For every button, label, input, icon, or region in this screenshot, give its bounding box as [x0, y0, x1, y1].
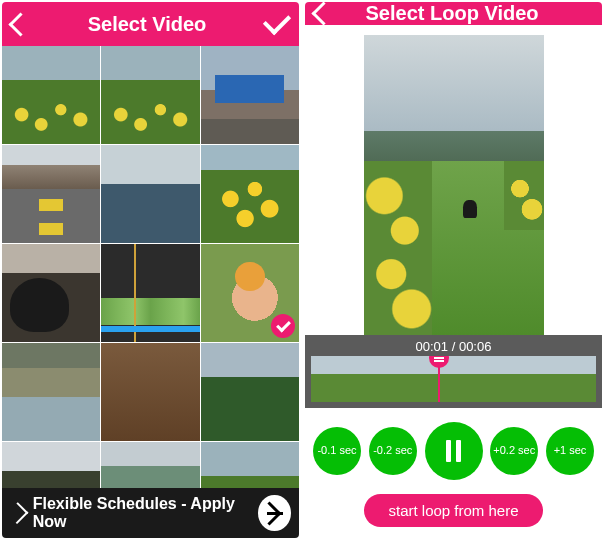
selected-check-icon: [271, 314, 295, 338]
ad-text: Flexible Schedules - Apply Now: [33, 495, 251, 531]
video-gallery: [2, 46, 299, 488]
scrubber-area: [305, 356, 602, 408]
check-icon: [263, 7, 291, 35]
play-pause-button[interactable]: [425, 422, 483, 480]
thumb-dog[interactable]: [2, 244, 100, 342]
filmstrip: [311, 356, 596, 402]
time-display: 00:01 / 00:06: [305, 335, 602, 356]
thumb-race[interactable]: [201, 46, 299, 144]
step-fwd-fast-button[interactable]: +1 sec: [546, 427, 594, 475]
scrubber[interactable]: [311, 356, 596, 402]
screen-select-loop: Select Loop Video 00:01 / 00:06: [305, 2, 602, 538]
ad-chevron-icon: [6, 502, 28, 524]
step-fwd-slow-button[interactable]: +0.2 sec: [490, 427, 538, 475]
thumb-meadow-1[interactable]: [2, 46, 100, 144]
thumb-road[interactable]: [2, 145, 100, 243]
thumb-creek[interactable]: [2, 343, 100, 441]
back-button[interactable]: [315, 5, 332, 22]
thumb-sunflowers[interactable]: [201, 145, 299, 243]
header-title: Select Loop Video: [332, 2, 572, 25]
header: Select Loop Video: [305, 2, 602, 25]
header-title: Select Video: [29, 13, 265, 36]
playback-controls: -0.1 sec -0.2 sec +0.2 sec +1 sec: [305, 408, 602, 490]
thumb-hand-flower[interactable]: [201, 244, 299, 342]
video-preview[interactable]: [364, 35, 544, 335]
step-back-slow-button[interactable]: -0.2 sec: [369, 427, 417, 475]
video-preview-area: [305, 25, 602, 335]
ad-banner[interactable]: Flexible Schedules - Apply Now: [2, 488, 299, 538]
thumb-editor[interactable]: [101, 244, 199, 342]
screen-select-video: Select Video Flexible Schedules - Apply …: [2, 2, 299, 538]
thumb-meadow-2[interactable]: [101, 46, 199, 144]
thumb-slope[interactable]: [101, 442, 199, 488]
header: Select Video: [2, 2, 299, 46]
pause-icon: [446, 440, 461, 462]
thumb-lake[interactable]: [101, 145, 199, 243]
step-back-fast-button[interactable]: -0.1 sec: [313, 427, 361, 475]
confirm-button[interactable]: [265, 13, 289, 35]
thumb-dark-hill[interactable]: [2, 442, 100, 488]
ad-arrow-icon: [258, 495, 291, 531]
back-button[interactable]: [12, 16, 29, 33]
thumb-meadow-3[interactable]: [201, 442, 299, 488]
start-loop-button[interactable]: start loop from here: [364, 494, 542, 527]
thumb-brown[interactable]: [101, 343, 199, 441]
thumb-trees[interactable]: [201, 343, 299, 441]
